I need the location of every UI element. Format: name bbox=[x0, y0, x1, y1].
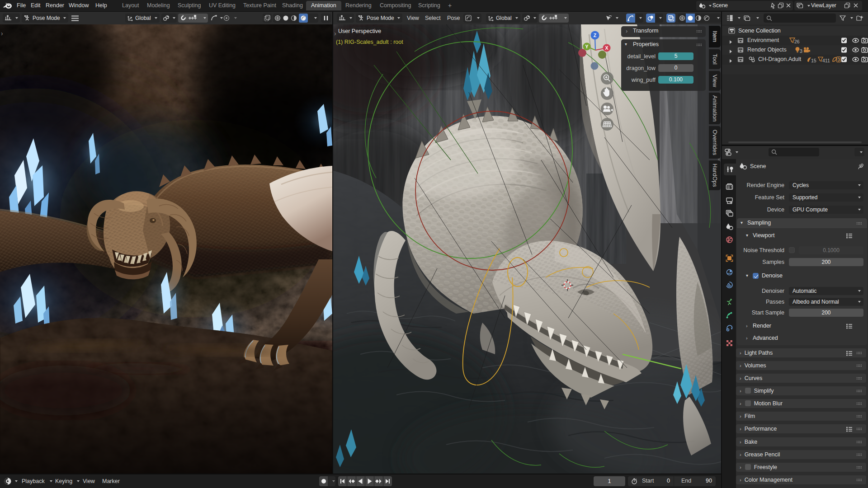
svg-text:Z: Z bbox=[594, 33, 597, 38]
svg-text:X: X bbox=[605, 45, 608, 51]
svg-text:Y: Y bbox=[585, 44, 588, 49]
